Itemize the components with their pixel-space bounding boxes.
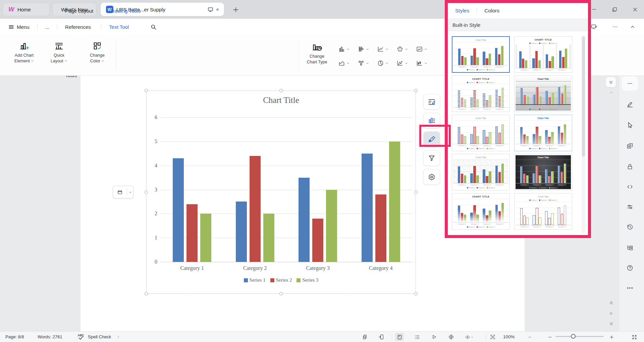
selection-handle[interactable]	[145, 292, 148, 295]
doc-view-button[interactable]	[395, 333, 404, 341]
web-view-button[interactable]	[447, 333, 455, 341]
menu-item-insert[interactable]: Insert	[60, 0, 98, 3]
outline-view-button[interactable]	[413, 333, 421, 341]
sidebar-close-windows-icon[interactable]	[626, 142, 634, 150]
sidebar-collapse-dash-icon[interactable]	[626, 80, 634, 87]
scroll-collapse-button[interactable]	[606, 77, 616, 87]
device-button[interactable]	[377, 333, 385, 341]
bar-chart-button[interactable]	[354, 43, 372, 55]
play-button[interactable]	[430, 333, 438, 341]
legend-item[interactable]: Series 1	[244, 277, 266, 283]
bar-series-1-category-3[interactable]	[299, 178, 310, 262]
radar-chart-button[interactable]	[393, 43, 411, 55]
page-indicator[interactable]: Page: 8/8	[5, 332, 24, 342]
tab-home[interactable]: W Home	[3, 3, 50, 16]
chevron-right-icon[interactable]	[116, 332, 120, 342]
sidebar-lock-icon[interactable]	[626, 163, 634, 170]
sidebar-more-icon[interactable]	[626, 284, 634, 292]
bar-series-2-category-3[interactable]	[312, 219, 323, 262]
area-chart-button[interactable]	[335, 57, 353, 69]
collapse-ribbon-button[interactable]	[628, 22, 637, 32]
scroll-up-arrow[interactable]	[608, 89, 614, 95]
bar-series-2-category-1[interactable]	[186, 204, 198, 262]
add-chart-element-button[interactable]: Add ChartElement	[7, 38, 41, 73]
fit-screen-button[interactable]	[488, 333, 497, 341]
sidebar-cursor-icon[interactable]	[626, 121, 634, 129]
selection-handle[interactable]	[279, 89, 283, 92]
zoom-slider-track[interactable]	[555, 336, 604, 337]
sidebar-help-icon[interactable]	[626, 264, 634, 272]
bar-series-2-category-4[interactable]	[375, 194, 386, 262]
spell-check-label[interactable]: Spell Check	[88, 332, 111, 342]
line-chart-button[interactable]	[374, 43, 392, 55]
quick-layout-button[interactable]: QuickLayout	[42, 38, 76, 73]
menu-item-text-tool[interactable]: Text Tool	[104, 19, 146, 35]
panel-tab-styles[interactable]: Styles	[448, 8, 477, 14]
zoom-out-button[interactable]	[545, 333, 554, 341]
style-thumbnail-2-panels[interactable]: CHART TITLESeries 1Series 2Series 3Categ…	[514, 36, 572, 73]
chart-plot-area[interactable]: 0123456	[161, 117, 412, 262]
pie-chart-button[interactable]	[374, 57, 392, 69]
sidebar-code-icon[interactable]	[626, 183, 634, 190]
bar-series-3-category-2[interactable]	[263, 214, 274, 262]
menu-button[interactable]: Menu	[17, 19, 35, 35]
sidebar-pen-icon[interactable]	[626, 101, 634, 108]
browse-object-button[interactable]	[608, 310, 614, 317]
bar-series-3-category-1[interactable]	[200, 214, 211, 262]
style-thumbnail-5-pastel[interactable]: Chart TitleCategory 1Category 2Category …	[452, 115, 510, 151]
menu-item-references[interactable]: References	[60, 19, 98, 35]
chart-style-button[interactable]	[423, 131, 440, 147]
stock-chart-button[interactable]	[413, 57, 431, 69]
legend-item[interactable]: Series 2	[270, 277, 292, 283]
expand-fullscreen-button[interactable]	[630, 333, 639, 341]
bar-series-1-category-4[interactable]	[362, 154, 373, 262]
style-thumbnail-4-glossy-gray[interactable]: Chart TitleCategory 1Category 2Category …	[514, 75, 572, 112]
selection-handle[interactable]	[414, 292, 418, 295]
search-icon[interactable]	[150, 24, 157, 30]
word-count[interactable]: Words: 2761	[38, 332, 62, 342]
style-thumbnail-3-striped[interactable]: CHART TITLESeries 1Series 2Series 3Categ…	[452, 75, 510, 112]
style-thumbnail-8-dark[interactable]: Chart TitleCategory 1Category 2Category …	[514, 154, 572, 190]
org-chart-button[interactable]	[354, 57, 372, 69]
change-chart-type-button[interactable]: ChangeChart Type	[301, 38, 333, 73]
zoom-in-button[interactable]	[607, 333, 616, 341]
panel-scrollbar-thumb[interactable]	[582, 37, 585, 157]
selection-handle[interactable]	[145, 89, 148, 92]
scatter-chart-button[interactable]	[393, 57, 411, 69]
selection-handle[interactable]	[414, 89, 418, 92]
zoom-slider-knob[interactable]	[571, 334, 576, 339]
zoom-level[interactable]: 100%	[503, 332, 515, 342]
style-thumbnail-9-fade[interactable]: CHART TITLECategory 1Category 2Category …	[452, 193, 510, 230]
panel-tab-colors[interactable]: Colors	[477, 8, 507, 14]
chart-settings-button[interactable]	[423, 169, 440, 185]
sidebar-history-icon[interactable]	[626, 223, 634, 231]
style-thumbnail-7-crosshatch[interactable]: Chart TitleCategory 1Category 2Category …	[452, 154, 510, 190]
chart-layout-button[interactable]	[423, 113, 440, 128]
eye-button[interactable]	[465, 333, 474, 341]
menu-item-drawing-tools[interactable]: Drawing Tools	[104, 3, 146, 19]
maximize-button[interactable]	[609, 5, 620, 14]
chart-object[interactable]: Chart Title 0123456 Category 1Category 2…	[146, 91, 416, 294]
next-page-button[interactable]	[608, 321, 614, 327]
style-thumbnail-1-plain[interactable]: Chart TitleCategory 1Category 2Category …	[452, 36, 510, 73]
bar-series-3-category-4[interactable]	[389, 141, 400, 262]
close-button[interactable]	[630, 5, 640, 14]
bar-series-2-category-2[interactable]	[250, 156, 261, 262]
spell-check-icon[interactable]: ABC	[77, 333, 86, 341]
ribbon-more-button[interactable]	[610, 22, 620, 32]
zoom-caret-icon[interactable]	[525, 333, 534, 341]
new-tab-button[interactable]	[231, 5, 240, 14]
picture-chart-button[interactable]	[413, 43, 431, 55]
bar-series-1-category-1[interactable]	[173, 158, 184, 262]
menu-item-page-layout[interactable]: Page Layout	[60, 3, 98, 19]
copies-button[interactable]	[361, 333, 369, 341]
sidebar-outline-icon[interactable]	[626, 244, 634, 251]
chart-elements-button[interactable]	[423, 94, 440, 110]
style-thumbnail-6-gradient-blue[interactable]: Chart TitleCategory 1Category 2Category …	[514, 115, 572, 151]
style-thumbnail-10-hollow[interactable]: Chart TitleSeries 1Series 2Series 3Categ…	[514, 193, 572, 230]
chart-legend[interactable]: Series 1Series 2Series 3	[147, 277, 416, 283]
selection-handle[interactable]	[279, 292, 283, 295]
chart-title[interactable]: Chart Title	[147, 96, 416, 105]
bar-series-3-category-3[interactable]	[326, 190, 337, 262]
panel-scrollbar[interactable]	[582, 35, 585, 233]
